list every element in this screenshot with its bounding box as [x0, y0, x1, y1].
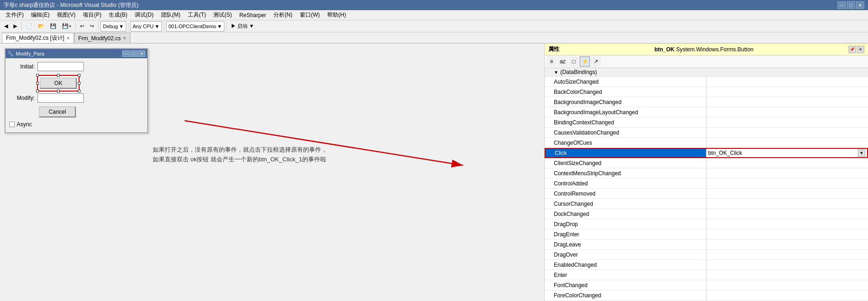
prop-backcolorchanged[interactable]: BackColorChanged	[545, 87, 868, 97]
props-pin-button[interactable]: 📌	[849, 46, 856, 53]
menu-test[interactable]: 测试(S)	[210, 10, 236, 20]
open-button[interactable]: 📂	[36, 21, 47, 31]
toolbar-sep-4	[128, 22, 129, 31]
prop-dragdrop[interactable]: DragDrop	[545, 219, 868, 229]
databindings-section[interactable]: ▼ (DataBindings)	[545, 68, 868, 77]
props-sort-category-button[interactable]: ≡	[546, 56, 557, 67]
form-restore-button[interactable]: □	[130, 50, 137, 57]
lightning-icon: ⚡	[582, 58, 589, 65]
close-button[interactable]: ✕	[856, 1, 864, 9]
tab-design-label: Frm_Modify02.cs [设计]	[6, 34, 64, 42]
click-dropdown-arrow[interactable]: ▼	[858, 149, 865, 157]
menu-help[interactable]: 帮助(H)	[323, 10, 350, 20]
prop-click[interactable]: Click btn_OK_Click ▼	[545, 148, 868, 158]
prop-controlremoved[interactable]: ControlRemoved	[545, 189, 868, 199]
async-checkbox[interactable]	[9, 122, 15, 127]
props-cursor-button[interactable]: ↗	[591, 56, 601, 67]
cancel-row: Cancel	[37, 106, 143, 117]
prop-bindingcontextchanged[interactable]: BindingContextChanged	[545, 117, 868, 128]
menu-build[interactable]: 生成(B)	[105, 10, 131, 20]
ok-button[interactable]: OK	[40, 78, 77, 89]
prop-fontchanged[interactable]: FontChanged	[545, 280, 868, 290]
new-file-button[interactable]: 📄	[24, 21, 35, 31]
prop-changeofcues[interactable]: ChangeOfCues	[545, 138, 868, 148]
prop-dragleave[interactable]: DragLeave	[545, 240, 868, 250]
redo-button[interactable]: ↪	[87, 21, 96, 31]
initial-input[interactable]	[37, 62, 84, 71]
form-close-button[interactable]: ✕	[138, 50, 145, 57]
debug-mode-dropdown[interactable]: Debug ▼	[100, 21, 126, 31]
start-button[interactable]: ▶ 启动 ▼	[229, 21, 256, 31]
props-properties-button[interactable]: □	[569, 56, 579, 67]
forward-button[interactable]: ▶	[11, 21, 19, 31]
handle-bm	[57, 90, 60, 92]
prop-value-changeofcues	[707, 138, 868, 147]
menu-project[interactable]: 项目(P)	[79, 10, 105, 20]
minimize-button[interactable]: ─	[837, 1, 846, 9]
prop-dragover[interactable]: DragOver	[545, 250, 868, 260]
prop-enter[interactable]: Enter	[545, 270, 868, 280]
back-button[interactable]: ◀	[2, 21, 10, 31]
ok-selection-outline: OK	[37, 75, 80, 92]
prop-name-forecolorchanged: ForeColorChanged	[545, 290, 707, 300]
object-name: btn_OK	[654, 46, 674, 53]
toolbar-sep-3	[98, 22, 99, 31]
menu-debug[interactable]: 调试(D)	[131, 10, 157, 20]
menu-resharper[interactable]: ReSharper	[236, 11, 270, 19]
prop-name-backgroundimagelayoutchanged: BackgroundImageLayoutChanged	[545, 107, 707, 117]
prop-contextmenustripchanged[interactable]: ContextMenuStripChanged	[545, 168, 868, 178]
modify-input[interactable]	[37, 93, 84, 103]
prop-forecolorchanged[interactable]: ForeColorChanged	[545, 290, 868, 301]
project-dropdown[interactable]: 001-OPCClientDemo ▼	[166, 21, 224, 31]
tab-design[interactable]: Frm_Modify02.cs [设计] ✕	[2, 33, 74, 43]
form-minimize-button[interactable]: ─	[122, 50, 130, 57]
menu-window[interactable]: 窗口(W)	[296, 10, 323, 20]
prop-name-fontchanged: FontChanged	[545, 280, 707, 290]
menu-file[interactable]: 文件(F)	[2, 10, 27, 20]
prop-controladded[interactable]: ControlAdded	[545, 178, 868, 189]
prop-causesvalidationchanged[interactable]: CausesValidationChanged	[545, 128, 868, 138]
prop-name-causesvalidationchanged: CausesValidationChanged	[545, 128, 707, 137]
save-button[interactable]: 💾	[48, 21, 59, 31]
handle-bl	[36, 90, 39, 92]
toolbar-sep-2	[75, 22, 76, 31]
undo-button[interactable]: ↩	[78, 21, 87, 31]
menu-team[interactable]: 团队(M)	[157, 10, 184, 20]
restore-button[interactable]: □	[847, 1, 855, 9]
prop-clientsizechanged[interactable]: ClientSizeChanged	[545, 158, 868, 168]
prop-name-contextmenustripchanged: ContextMenuStripChanged	[545, 168, 707, 178]
toolbar-sep-6	[226, 22, 227, 31]
initial-label: Initial:	[9, 63, 35, 70]
prop-dragenter[interactable]: DragEnter	[545, 229, 868, 240]
props-events-button[interactable]: ⚡	[580, 56, 590, 67]
menu-analyze[interactable]: 分析(N)	[270, 10, 296, 20]
prop-backgroundimagechanged[interactable]: BackgroundImageChanged	[545, 97, 868, 107]
prop-name-backgroundimagechanged: BackgroundImageChanged	[545, 97, 707, 107]
prop-backgroundimagelayoutchanged[interactable]: BackgroundImageLayoutChanged	[545, 107, 868, 117]
menu-edit[interactable]: 编辑(E)	[27, 10, 53, 20]
title-text: 字母c sharp通信协议 - Microsoft Visual Studio …	[4, 1, 837, 9]
properties-icon: □	[572, 58, 575, 65]
tab-design-close[interactable]: ✕	[66, 36, 70, 41]
tab-code-close[interactable]: ✕	[123, 36, 126, 41]
tab-code[interactable]: Frm_Modify02.cs ✕	[74, 33, 130, 43]
props-sort-alpha-button[interactable]: az	[558, 56, 568, 67]
cancel-button[interactable]: Cancel	[39, 106, 76, 117]
save-all-button[interactable]: 💾+	[60, 21, 74, 31]
menu-tools[interactable]: 工具(T)	[184, 10, 210, 20]
prop-enabledchanged[interactable]: EnabledChanged	[545, 260, 868, 270]
cursor-icon: ↗	[594, 58, 598, 65]
props-close-button[interactable]: ✕	[857, 46, 864, 53]
prop-cursorchanged[interactable]: CursorChanged	[545, 199, 868, 209]
form-body: Initial: OK	[6, 58, 147, 132]
handle-ml	[36, 82, 39, 85]
platform-dropdown[interactable]: Any CPU ▼	[130, 21, 162, 31]
annotation-line2: 如果直接双击 ok按钮 就会产生一个新的btn_OK_Click_1的事件啦	[153, 155, 327, 165]
prop-value-controlremoved	[707, 189, 868, 198]
menu-view[interactable]: 视图(V)	[53, 10, 79, 20]
prop-name-enter: Enter	[545, 270, 707, 280]
prop-value-fontchanged	[707, 280, 868, 290]
prop-name-bindingcontextchanged: BindingContextChanged	[545, 117, 707, 127]
prop-autosizechanged[interactable]: AutoSizeChanged	[545, 77, 868, 87]
prop-dockchanged[interactable]: DockChanged	[545, 209, 868, 219]
